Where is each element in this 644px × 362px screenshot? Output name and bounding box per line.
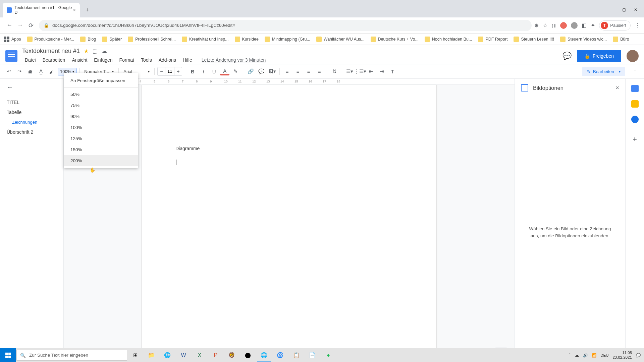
bookmark-item[interactable]: Mindmapping (Gru... [265,37,310,42]
share-button[interactable]: 🔒 Freigeben [577,50,621,62]
close-panel-button[interactable]: × [615,84,619,92]
align-left-button[interactable]: ≡ [282,67,292,76]
bookmark-item[interactable]: Noch hochladen Bu... [425,37,472,42]
apps-bookmark[interactable]: Apps [4,37,21,42]
clear-formatting-button[interactable]: T [388,67,397,76]
bookmark-item[interactable]: Blog [80,37,96,42]
notepad-icon[interactable]: 📄 [304,348,320,362]
calendar-icon[interactable] [631,85,639,92]
bookmark-item[interactable]: Deutsche Kurs + Vo... [371,37,419,42]
maximize-button[interactable]: ▢ [622,7,626,12]
menu-view[interactable]: Ansicht [69,56,90,64]
outline-item[interactable]: TITEL [3,97,61,107]
add-addon-button[interactable]: + [633,135,637,144]
user-avatar[interactable] [627,50,639,62]
keep-icon[interactable] [631,100,639,108]
outline-collapse-button[interactable]: ← [7,83,61,91]
text-color-button[interactable]: A [220,67,229,75]
ext-icon-2[interactable] [571,22,578,29]
insert-image-button[interactable]: 🖼▾ [267,67,277,76]
underline-button[interactable]: U [209,67,219,76]
zoom-50-option[interactable]: 50% [64,89,138,100]
bookmark-item[interactable]: Kursidee [235,37,259,42]
extensions-icon[interactable]: ✦ [591,22,595,28]
undo-button[interactable]: ↶ [4,67,13,76]
collapse-toolbar-button[interactable]: ˆ [631,67,640,76]
outline-item[interactable]: Zeichnungen [3,117,61,127]
align-center-button[interactable]: ≡ [293,67,303,76]
bold-button[interactable]: B [188,67,197,76]
forward-button[interactable]: → [15,20,25,31]
zoom-100-option[interactable]: 100% [64,122,138,133]
clock[interactable]: 11:05 23.02.2021 [612,351,632,360]
minimize-button[interactable]: ─ [611,7,614,12]
italic-button[interactable]: I [199,67,208,76]
bookmark-star-icon[interactable]: ☆ [543,22,547,28]
volume-icon[interactable]: 🔊 [583,353,588,358]
menu-file[interactable]: Datei [22,56,39,64]
app-icon-2[interactable]: 📋 [288,348,304,362]
browser-tab[interactable]: Textdokument neu #1 - Google D × [3,3,80,17]
taskbar-search-input[interactable]: 🔍 Zur Suche Text hier eingeben [16,350,127,361]
outline-item[interactable]: Überschrift 2 [3,127,61,137]
docs-logo-icon[interactable] [5,50,17,62]
spotify-icon[interactable]: ● [320,348,336,362]
comments-icon[interactable]: 💬 [562,52,572,60]
menu-edit[interactable]: Bearbeiten [40,56,68,64]
zoom-page-icon[interactable]: ⊕ [534,22,539,28]
insert-link-button[interactable]: 🔗 [246,67,255,76]
wifi-icon[interactable]: 📶 [592,353,596,358]
move-folder-icon[interactable]: ⬚ [93,48,98,54]
redo-button[interactable]: ↷ [15,67,24,76]
bookmark-item[interactable]: Steuern Lesen !!!! [514,37,554,42]
cloud-status-icon[interactable]: ☁ [102,48,107,54]
align-justify-button[interactable]: ≡ [315,67,324,76]
fontsize-increase-button[interactable]: + [174,67,182,75]
bullet-list-button[interactable]: ⋮☰▾ [356,67,365,76]
line-spacing-button[interactable]: ⇅ [330,67,339,76]
menu-addons[interactable]: Add-ons [156,56,179,64]
decrease-indent-button[interactable]: ⇤ [366,67,376,76]
browser-menu-icon[interactable]: ⋮ [635,22,640,28]
reader-icon[interactable]: ⫿⫿ [551,23,556,28]
zoom-fit-option[interactable]: An Fenstergröße anpassen [64,75,138,87]
ext-icon-3[interactable]: ◧ [582,22,587,28]
back-button[interactable]: ← [4,20,15,31]
reload-button[interactable]: ⟳ [25,20,36,31]
word-icon[interactable]: W [175,348,192,362]
url-bar[interactable]: 🔒 docs.google.com/document/d/1hUH8k6h7Lb… [39,20,532,31]
insert-comment-button[interactable]: 💬 [257,67,266,76]
menu-help[interactable]: Hilfe [180,56,195,64]
app-icon[interactable]: 🌐 [159,348,175,362]
chrome-icon[interactable]: 🌐 [256,348,272,362]
bookmark-item[interactable]: Produktsuche - Mer... [27,37,74,42]
file-explorer-icon[interactable]: 📁 [143,348,159,362]
bookmark-item[interactable]: Wahlfächer WU Aus... [316,37,365,42]
document-page[interactable]: Diagramme [142,85,437,362]
tray-chevron-icon[interactable]: ˄ [569,353,571,358]
editing-mode-button[interactable]: ✎ Bearbeiten ▾ [582,67,625,76]
task-view-button[interactable]: ⊞ [127,348,143,362]
paint-format-button[interactable]: 🖌 [47,67,56,76]
align-right-button[interactable]: ≡ [304,67,313,76]
zoom-150-option[interactable]: 150% [64,144,138,155]
close-tab-icon[interactable]: × [73,7,76,13]
powerpoint-icon[interactable]: P [208,348,224,362]
bookmark-item[interactable]: Kreativität und Insp... [182,37,228,42]
bookmark-item[interactable]: Steuern Videos wic... [560,37,607,42]
language-indicator[interactable]: DEU [600,353,608,357]
tasks-icon[interactable] [631,116,639,123]
bookmark-item[interactable]: PDF Report [478,37,507,42]
fontsize-decrease-button[interactable]: − [158,67,165,75]
obs-icon[interactable]: ⬤ [240,348,256,362]
highlight-button[interactable]: ✎ [231,67,240,76]
start-button[interactable] [0,348,16,362]
outline-item[interactable]: Tabelle [3,107,61,117]
menu-insert[interactable]: Einfügen [91,56,115,64]
zoom-125-option[interactable]: 125% [64,133,138,144]
fontsize-input[interactable]: 11 [165,67,174,75]
menu-format[interactable]: Format [117,56,137,64]
close-window-button[interactable]: ✕ [634,7,637,12]
ext-icon-1[interactable] [560,22,567,29]
bookmark-item[interactable]: Später [102,37,122,42]
